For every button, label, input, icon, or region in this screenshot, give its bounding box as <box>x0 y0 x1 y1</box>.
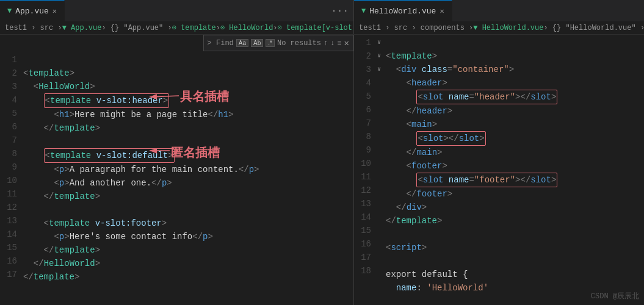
find-close-btn[interactable]: ✕ <box>344 38 349 48</box>
find-match-case[interactable]: Aa <box>236 39 248 47</box>
find-next[interactable]: ↓ <box>330 39 335 48</box>
find-close[interactable]: ≡ <box>337 39 341 48</box>
find-bar: > Find Aa Ab .* No results ↑ ↓ ≡ ✕ <box>203 35 353 51</box>
find-regex[interactable]: .* <box>266 39 275 47</box>
code-left: <template> <HelloWorld> <template v-slot… <box>23 52 353 305</box>
breadcrumb-left: test1 › src › ▼ App.vue › {} "App.vue" ›… <box>0 21 354 34</box>
code-area-left: 12345 678910 1112131415 1617 <template> … <box>0 35 353 305</box>
tab-more-button[interactable]: ··· <box>326 5 353 16</box>
tab-close-right-button[interactable]: ✕ <box>440 7 444 16</box>
vue-icon: ▼ <box>7 7 12 15</box>
editor-left: > Find Aa Ab .* No results ↑ ↓ ≡ ✕ 12345… <box>0 35 354 305</box>
line-numbers-right: 12345 678910 1112131415 161718 <box>354 36 377 305</box>
vue-icon-right: ▼ <box>361 7 366 15</box>
editor-right: 12345 678910 1112131415 161718 ∨∨ ∨ <tem… <box>354 35 644 305</box>
breadcrumb-right: test1 › src › components › ▼ HelloWorld.… <box>354 21 644 34</box>
tab-label: App.vue <box>15 7 49 16</box>
tab-label-right: HelloWorld.vue <box>369 7 436 16</box>
fold-arrows: ∨∨ ∨ <box>377 36 386 305</box>
code-area-right: 12345 678910 1112131415 161718 ∨∨ ∨ <tem… <box>354 35 644 305</box>
find-results: No results <box>277 39 321 48</box>
find-label: > Find <box>208 39 234 48</box>
line-numbers-left: 12345 678910 1112131415 1617 <box>0 52 23 305</box>
tab-app-vue[interactable]: ▼ App.vue ✕ <box>0 0 65 21</box>
find-prev[interactable]: ↑ <box>324 39 328 48</box>
code-right: <template> <div class="container"> <head… <box>386 36 644 305</box>
tab-close-button[interactable]: ✕ <box>52 7 57 16</box>
tab-helloworld-vue[interactable]: ▼ HelloWorld.vue ✕ <box>354 0 452 21</box>
find-whole-word[interactable]: Ab <box>251 39 263 47</box>
